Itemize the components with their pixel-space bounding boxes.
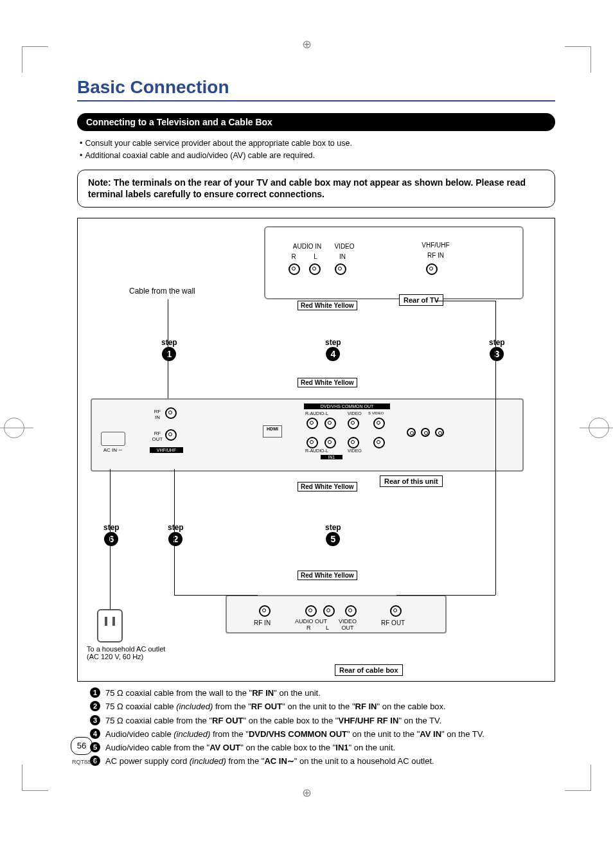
step-number: 6 [104,532,118,546]
legend-text: AC power supply cord (included) from the… [105,755,555,768]
legend: 1 75 Ω coaxial cable from the wall to th… [77,687,555,768]
wire-line [174,595,258,596]
coax-jack-icon [165,407,177,419]
tv-video-label: VIDEO [328,243,360,250]
legend-number: 4 [90,729,100,739]
unit-rear: RF IN RF OUT VHF/UHF AC IN ∼ HDMI DVD/VH… [91,398,524,472]
jack-icon [306,418,318,429]
jack-icon [345,605,357,617]
legend-number: 3 [90,715,100,725]
step-label: step 4 [325,338,341,361]
bullet-item: Additional coaxial cable and audio/video… [80,150,555,162]
tv-in-label: IN [336,253,349,260]
unit-in1-audio: R-AUDIO-L [305,448,328,453]
legend-item: 3 75 Ω coaxial cable from the "RF OUT" o… [77,714,555,727]
crop-mark [565,46,591,73]
step-word: step [161,338,177,347]
wire-line [396,595,495,596]
step-number: 5 [326,532,340,546]
legend-text: 75 Ω coaxial cable from the wall to the … [105,687,555,700]
step-word: step [168,523,184,532]
jack-icon [348,418,359,429]
section-header: Connecting to a Television and a Cable B… [77,113,555,131]
svideo-jack-icon [373,437,385,448]
legend-number: 1 [90,687,100,698]
legend-item: 2 75 Ω coaxial cable (included) from the… [77,700,555,713]
step-label: step 1 [161,338,177,361]
page: ⊕ ⊕ Basic Connection Connecting to a Tel… [0,0,613,868]
rear-of-cablebox-label: Rear of cable box [335,664,403,676]
unit-in1-label: IN1 [321,455,342,459]
jack-icon [289,263,300,275]
crop-mark [22,46,48,73]
intro-bullets: Consult your cable service provider abou… [80,137,555,162]
rear-of-unit-label: Rear of this unit [380,475,443,487]
step-number: 3 [490,347,504,361]
legend-text: 75 Ω coaxial cable (included) from the "… [105,700,555,713]
tv-vhfuhf-label: VHF/UHF [413,242,458,249]
rwy-label: Red White Yellow [298,571,357,580]
step-word: step [103,523,120,532]
cable-from-wall-label: Cable from the wall [129,287,195,296]
rwy-label: Red White Yellow [298,301,357,310]
bullet-item: Consult your cable service provider abou… [80,137,555,150]
tv-rear: AUDIO IN VIDEO R L IN VHF/UHF RF IN [264,226,524,299]
legend-item: 6 AC power supply cord (included) from t… [77,755,555,768]
page-number: 56 [71,737,93,755]
unit-vhfuhf-label: VHF/UHF [150,447,183,453]
legend-item: 4 Audio/video cable (included) from the … [77,728,555,741]
rear-of-tv-label: Rear of TV [399,294,443,306]
coax-jack-icon [426,263,438,275]
tv-l-label: L [310,253,321,260]
step-number: 4 [326,347,340,361]
step-number: 2 [168,532,182,546]
ac-in-socket-icon [101,432,125,446]
register-mark: ⊕ [302,786,312,800]
coax-jack-icon [259,605,271,617]
register-mark [589,418,609,438]
unit-acin-label: AC IN ∼ [98,447,128,453]
jack-icon [306,437,318,448]
jack-icon [407,428,416,437]
wire-line [435,301,495,301]
cb-rfin-label: RF IN [254,619,271,626]
coax-jack-icon [390,605,402,617]
cb-videoout-label: VIDEO OUT [339,618,357,631]
jack-icon [435,428,444,437]
legend-item: 5 Audio/video cable from the "AV OUT" on… [77,741,555,754]
cable-box-rear: RF IN AUDIO OUT R L VIDEO OUT RF OUT [226,595,447,633]
jack-icon [324,418,336,429]
step-number: 1 [162,347,176,361]
register-mark [4,418,24,438]
unit-video-label: VIDEO [348,411,362,416]
wiring-diagram: AUDIO IN VIDEO R L IN VHF/UHF RF IN Rear… [77,218,555,682]
unit-common-out-label: DVD/VHS COMMON OUT [304,403,390,409]
jack-icon [323,605,335,617]
step-word: step [489,338,505,347]
cb-r-label: R [306,624,311,631]
cb-l-label: L [326,624,329,631]
unit-in1-video: VIDEO [348,448,362,453]
crop-mark [22,765,48,791]
legend-text: 75 Ω coaxial cable from the "RF OUT" on … [105,714,555,727]
cb-rfout-label: RF OUT [381,619,405,626]
wire-line [168,299,168,398]
jack-icon [348,437,359,448]
legend-number: 2 [90,701,100,711]
unit-rfin-label: RF IN [151,409,164,420]
ac-outlet-label: To a household AC outlet (AC 120 V, 60 H… [87,645,165,660]
svideo-jack-icon [373,418,385,429]
wire-line [110,469,111,609]
register-mark: ⊕ [302,37,312,51]
step-word: step [325,523,341,532]
note-box: Note: The terminals on the rear of your … [77,170,555,208]
tv-rfin-label: RF IN [413,252,458,259]
tv-audio-in-label: AUDIO IN [285,243,330,250]
jack-icon [335,263,346,275]
step-label: step 5 [325,523,341,546]
ac-outlet-icon [97,609,123,642]
step-word: step [325,338,341,347]
step-label: step 2 [168,523,184,546]
legend-text: Audio/video cable from the "AV OUT" on t… [105,741,555,754]
legend-item: 1 75 Ω coaxial cable from the wall to th… [77,687,555,700]
